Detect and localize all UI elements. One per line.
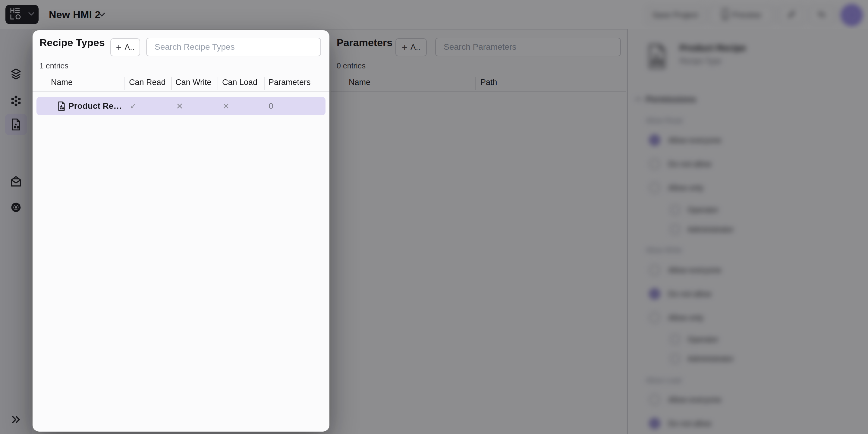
can-read-check-icon: ✓: [130, 97, 136, 115]
parameters-count: 0: [269, 97, 273, 115]
can-write-cross-icon: ✕: [176, 97, 183, 115]
column-header-name[interactable]: Name: [51, 78, 73, 87]
add-recipe-type-button[interactable]: + A..: [110, 38, 140, 56]
table-row-product-recipe[interactable]: Product Re… ✓ ✕ ✕ 0: [36, 97, 326, 115]
add-recipe-type-label: A..: [124, 43, 134, 52]
column-header-parameters[interactable]: Parameters: [269, 78, 311, 87]
recipe-types-entries-count: 1 entries: [39, 61, 68, 70]
recipe-types-modal: Recipe Types + A.. 1 entries Name Can Re…: [33, 30, 330, 432]
recipe-type-icon: [56, 101, 67, 111]
column-divider: [264, 77, 265, 90]
column-header-can-write[interactable]: Can Write: [176, 78, 212, 87]
recipe-types-title: Recipe Types: [39, 37, 105, 49]
table-header-divider: [33, 91, 330, 92]
row-name: Product Re…: [68, 97, 122, 115]
column-divider: [171, 77, 172, 90]
can-load-cross-icon: ✕: [222, 97, 229, 115]
column-header-can-load[interactable]: Can Load: [222, 78, 257, 87]
search-recipe-types-input[interactable]: [146, 38, 321, 56]
app-window: New HMI 2 Save Project Preview: [0, 0, 868, 434]
column-header-can-read[interactable]: Can Read: [129, 78, 166, 87]
column-divider: [218, 77, 218, 90]
plus-icon: +: [116, 42, 122, 52]
column-divider: [124, 77, 125, 90]
